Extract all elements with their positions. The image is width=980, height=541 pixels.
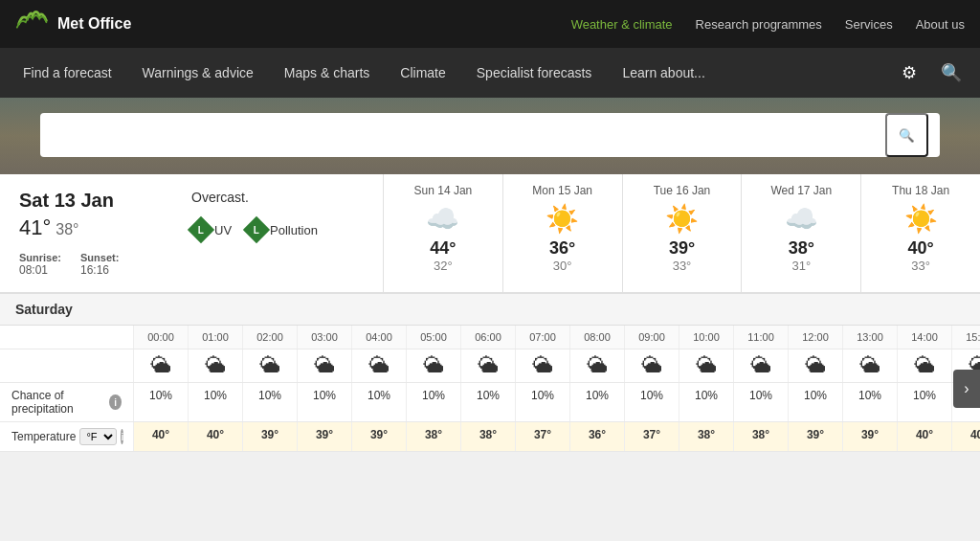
fiveday-item-2[interactable]: Tue 16 Jan ☀️ 39° 33° xyxy=(623,174,743,292)
nav-learn-about[interactable]: Learn about... xyxy=(607,48,720,98)
fiveday-high-1: 36° xyxy=(549,238,575,258)
hourly-precip-2: 10% xyxy=(243,383,298,421)
pollution-diamond-icon: L xyxy=(243,216,270,243)
uv-label: UV xyxy=(214,223,232,237)
fiveday-date-0: Sun 14 Jan xyxy=(391,184,495,197)
fiveday-high-0: 44° xyxy=(430,238,456,258)
hourly-precip-label: Chance of precipitation i xyxy=(0,383,134,421)
hourly-time-3: 03:00 xyxy=(298,326,352,349)
logo-area: Met Office xyxy=(15,7,131,41)
hourly-precip-row: Chance of precipitation i 10%10%10%10%10… xyxy=(0,383,980,422)
hourly-time-row: 00:0001:0002:0003:0004:0005:0006:0007:00… xyxy=(0,326,980,349)
top-nav-services[interactable]: Services xyxy=(845,17,893,32)
logo-text: Met Office xyxy=(57,15,131,33)
uv-badge: L UV xyxy=(191,220,232,239)
hourly-weather-icon-0: 🌥 xyxy=(134,349,189,382)
hourly-weather-icon-5: 🌥 xyxy=(407,349,461,382)
nav-find-forecast[interactable]: Find a forecast xyxy=(8,48,127,98)
fiveday-low-4: 33° xyxy=(869,259,972,273)
fiveday-temps-3: 38° 31° xyxy=(749,238,853,273)
sec-nav-icons: ⚙ 🔍 xyxy=(888,48,972,98)
hourly-time-1: 01:00 xyxy=(189,326,243,349)
hourly-temp-6: 38° xyxy=(461,422,516,451)
hourly-precip-4: 10% xyxy=(352,383,407,421)
hourly-time-6: 06:00 xyxy=(461,326,516,349)
hourly-temp-10: 38° xyxy=(679,422,734,451)
hourly-wrapper: 00:0001:0002:0003:0004:0005:0006:0007:00… xyxy=(0,326,980,452)
fiveday-temps-2: 39° 33° xyxy=(631,238,734,273)
precip-info-icon[interactable]: i xyxy=(109,394,122,410)
hourly-time-2: 02:00 xyxy=(243,326,298,349)
hourly-scroll-area[interactable]: 00:0001:0002:0003:0004:0005:0006:0007:00… xyxy=(0,326,980,452)
hourly-weather-icon-6: 🌥 xyxy=(461,349,516,382)
fiveday-icon-0: ☁️ xyxy=(391,203,495,235)
sunrise-label: Sunrise: xyxy=(19,252,61,263)
hero-section: London City Airport (Greater London) 🔍 xyxy=(0,98,980,174)
hourly-temp-15: 40° xyxy=(952,422,980,451)
top-nav: Met Office Weather & climate Research pr… xyxy=(0,0,980,48)
top-nav-weather-climate[interactable]: Weather & climate xyxy=(571,17,673,32)
temp-info-icon[interactable]: i xyxy=(121,429,123,444)
settings-button[interactable]: ⚙ xyxy=(888,48,930,98)
top-nav-links: Weather & climate Research programmes Se… xyxy=(571,17,965,32)
fiveday-date-1: Mon 15 Jan xyxy=(511,184,614,197)
fiveday-date-2: Tue 16 Jan xyxy=(631,184,734,197)
fiveday-temps-4: 40° 33° xyxy=(869,238,972,273)
hourly-time-4: 04:00 xyxy=(352,326,407,349)
location-search-input[interactable]: London City Airport (Greater London) xyxy=(52,125,885,146)
hourly-weather-icon-7: 🌥 xyxy=(516,349,570,382)
nav-maps-charts[interactable]: Maps & charts xyxy=(269,48,385,98)
temp-unit-select[interactable]: °F °C xyxy=(79,428,117,445)
fiveday-low-2: 33° xyxy=(631,259,734,273)
hourly-time-8: 08:00 xyxy=(570,326,625,349)
sec-nav: Find a forecast Warnings & advice Maps &… xyxy=(0,48,980,98)
uv-pollution-area: L UV L Pollution xyxy=(191,220,364,239)
current-description-text: Overcast. xyxy=(191,190,364,205)
hourly-time-14: 14:00 xyxy=(898,326,952,349)
scroll-right-button[interactable]: › xyxy=(953,370,980,408)
hourly-table: 00:0001:0002:0003:0004:0005:0006:0007:00… xyxy=(0,326,980,452)
hourly-weather-icon-3: 🌥 xyxy=(298,349,352,382)
hourly-day-header: Saturday xyxy=(0,294,980,326)
fiveday-temps-1: 36° 30° xyxy=(511,238,614,273)
hourly-weather-icon-10: 🌥 xyxy=(679,349,734,382)
fiveday-temps-0: 44° 32° xyxy=(391,238,495,273)
fiveday-date-3: Wed 17 Jan xyxy=(749,184,853,197)
nav-climate[interactable]: Climate xyxy=(385,48,460,98)
current-date: Sat 13 Jan xyxy=(19,190,153,212)
fiveday-item-4[interactable]: Thu 18 Jan ☀️ 40° 33° xyxy=(861,174,980,292)
hourly-precip-3: 10% xyxy=(298,383,352,421)
hourly-time-13: 13:00 xyxy=(843,326,898,349)
fiveday-icon-2: ☀️ xyxy=(631,203,734,235)
fiveday-item-0[interactable]: Sun 14 Jan ☁️ 44° 32° xyxy=(384,174,503,292)
search-submit-button[interactable]: 🔍 xyxy=(885,113,928,157)
top-nav-research[interactable]: Research programmes xyxy=(696,17,822,32)
hourly-time-label xyxy=(0,326,134,349)
search-nav-button[interactable]: 🔍 xyxy=(930,48,972,98)
hourly-precip-14: 10% xyxy=(898,383,952,421)
fiveday-icon-3: ☁️ xyxy=(749,203,853,235)
hourly-temp-2: 39° xyxy=(243,422,298,451)
fiveday-low-0: 32° xyxy=(391,259,495,273)
fiveday-item-3[interactable]: Wed 17 Jan ☁️ 38° 31° xyxy=(742,174,861,292)
nav-specialist-forecasts[interactable]: Specialist forecasts xyxy=(461,48,608,98)
current-high-temp: 41° xyxy=(19,215,51,239)
hourly-time-cells: 00:0001:0002:0003:0004:0005:0006:0007:00… xyxy=(134,326,980,349)
hourly-temp-label: Temperature °F °C i xyxy=(0,422,134,451)
pollution-badge: L Pollution xyxy=(247,220,318,239)
hourly-icon-label xyxy=(0,349,134,382)
fiveday-high-2: 39° xyxy=(669,238,695,258)
uv-diamond-icon: L xyxy=(188,216,214,243)
fiveday-high-3: 38° xyxy=(789,238,814,258)
hourly-temp-4: 39° xyxy=(352,422,407,451)
hourly-weather-icon-11: 🌥 xyxy=(734,349,789,382)
hourly-time-0: 00:00 xyxy=(134,326,189,349)
hourly-section: Saturday 00:0001:0002:0003:0004:0005:000… xyxy=(0,293,980,452)
current-row: Sat 13 Jan 41° 38° Sunrise: 08:01 Sunset… xyxy=(0,174,980,293)
top-nav-about[interactable]: About us xyxy=(916,17,965,32)
search-bar-container: London City Airport (Greater London) 🔍 xyxy=(21,113,959,157)
fiveday-item-1[interactable]: Mon 15 Jan ☀️ 36° 30° xyxy=(503,174,623,292)
nav-warnings-advice[interactable]: Warnings & advice xyxy=(127,48,269,98)
hourly-weather-icon-1: 🌥 xyxy=(189,349,243,382)
fiveday-high-4: 40° xyxy=(907,238,933,258)
